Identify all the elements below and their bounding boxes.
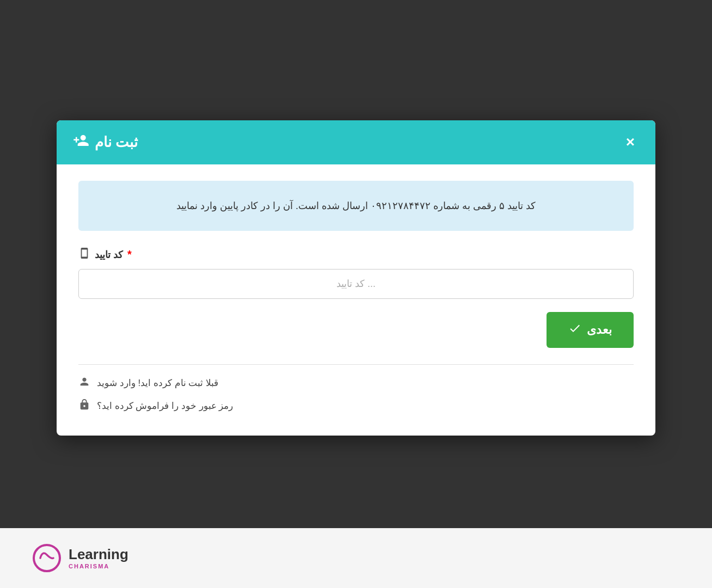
person-icon — [78, 376, 90, 391]
field-label-text: کد تایید — [95, 249, 123, 261]
lock-icon — [78, 399, 90, 414]
logo-icon — [33, 544, 61, 572]
submit-button-label: بعدی — [587, 323, 612, 337]
submit-row: بعدی — [78, 312, 634, 348]
verification-code-input[interactable] — [78, 269, 634, 299]
info-box-text: کد تایید ۵ رقمی به شماره ۰۹۲۱۲۷۸۴۴۷۲ ارس… — [176, 200, 536, 211]
login-link[interactable]: قبلا ثبت نام کرده اید! وارد شوید — [78, 376, 218, 391]
modal-title: ثبت نام — [73, 132, 138, 152]
submit-button[interactable]: بعدی — [547, 312, 634, 348]
forgot-password-text: رمز عبور خود را فراموش کرده اید؟ — [97, 400, 233, 412]
close-button[interactable]: × — [622, 132, 639, 152]
required-star: * — [127, 248, 132, 261]
bottom-bar: Learning CHARISMA — [0, 528, 712, 588]
mobile-icon — [78, 247, 90, 262]
modal-title-text: ثبت نام — [95, 134, 138, 151]
footer-links: قبلا ثبت نام کرده اید! وارد شوید رمز عبو… — [78, 376, 634, 414]
divider — [78, 364, 634, 365]
svg-point-0 — [34, 545, 60, 571]
modal-header: × ثبت نام — [57, 120, 655, 164]
logo-text: Learning CHARISMA — [69, 546, 128, 570]
info-box: کد تایید ۵ رقمی به شماره ۰۹۲۱۲۷۸۴۴۷۲ ارس… — [78, 181, 634, 231]
field-label-row: * کد تایید — [78, 247, 634, 262]
logo-charisma: CHARISMA — [69, 563, 128, 570]
logo-area: Learning CHARISMA — [33, 544, 128, 572]
login-link-text: قبلا ثبت نام کرده اید! وارد شوید — [97, 377, 218, 389]
logo-learning: Learning — [69, 546, 128, 563]
registration-modal: × ثبت نام کد تایید ۵ رقمی به شماره ۰۹۲۱۲… — [57, 120, 655, 436]
user-plus-icon — [73, 132, 89, 152]
forgot-password-link[interactable]: رمز عبور خود را فراموش کرده اید؟ — [78, 399, 233, 414]
modal-body: کد تایید ۵ رقمی به شماره ۰۹۲۱۲۷۸۴۴۷۲ ارس… — [57, 164, 655, 436]
check-icon — [568, 322, 581, 338]
